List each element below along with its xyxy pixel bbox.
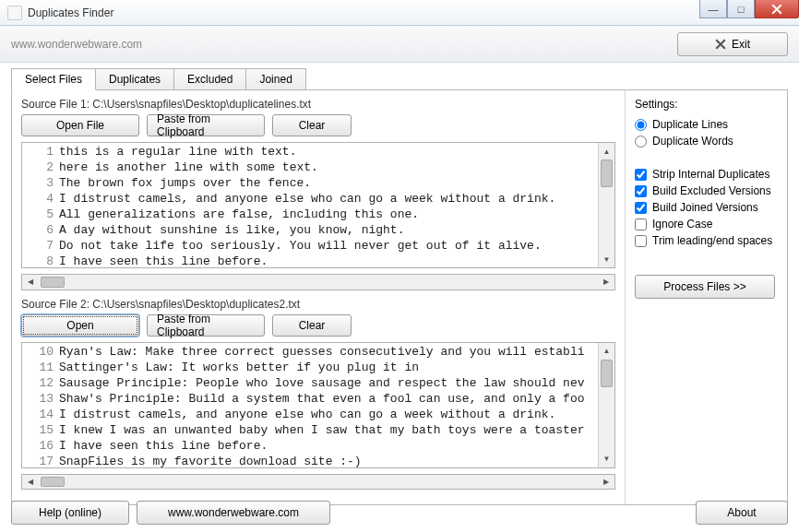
code-line: 2here is another line with some text.: [22, 160, 598, 175]
source1-text-area[interactable]: 1this is a regular line with text.2here …: [21, 142, 615, 268]
line-number: 4: [22, 191, 59, 207]
source2-hscrollbar[interactable]: ◀ ▶: [21, 474, 615, 490]
scroll-thumb[interactable]: [601, 360, 613, 387]
process-files-button[interactable]: Process Files >>: [635, 275, 775, 299]
line-number: 3: [22, 175, 59, 191]
tab-strip: Select Files Duplicates Excluded Joined: [11, 68, 799, 89]
checkbox-build-excluded-input[interactable]: [635, 185, 647, 197]
window-title: Duplicates Finder: [28, 6, 113, 19]
code-line: 12Sausage Principle: People who love sau…: [22, 375, 598, 391]
settings-panel: Settings: Duplicate Lines Duplicate Word…: [626, 90, 787, 504]
window-titlebar: Duplicates Finder — □: [0, 0, 799, 26]
tab-panel: Source File 1: C:\Users\snapfiles\Deskto…: [11, 89, 788, 505]
line-text: All generalizations are false, including…: [59, 207, 419, 222]
code-line: 17SnapFiles is my favorite download site…: [22, 454, 598, 467]
tab-joined[interactable]: Joined: [245, 68, 305, 89]
line-text: I have seen this line before.: [59, 438, 268, 454]
checkbox-build-excluded[interactable]: Build Excluded Versions: [635, 184, 778, 197]
line-text: I knew I was an unwanted baby when I saw…: [59, 422, 585, 438]
scroll-thumb[interactable]: [41, 477, 65, 487]
radio-duplicate-words[interactable]: Duplicate Words: [635, 135, 778, 148]
source2-clear-button[interactable]: Clear: [272, 314, 352, 337]
checkbox-ignore-case[interactable]: Ignore Case: [635, 218, 778, 231]
radio-duplicate-lines[interactable]: Duplicate Lines: [635, 118, 778, 131]
line-number: 11: [22, 360, 59, 375]
code-line: 8I have seen this line before.: [22, 254, 598, 267]
close-icon: [771, 4, 782, 15]
scroll-left-icon[interactable]: ◀: [22, 475, 39, 489]
scroll-thumb[interactable]: [601, 160, 613, 187]
scroll-thumb[interactable]: [41, 277, 65, 287]
code-line: 4I distrust camels, and anyone else who …: [22, 191, 598, 207]
source2-paste-button[interactable]: Paste from Clipboard: [147, 314, 265, 337]
line-text: SnapFiles is my favorite download site :…: [59, 454, 362, 467]
vendor-url-label: www.wonderwebware.com: [11, 38, 142, 51]
vendor-site-button[interactable]: www.wonderwebware.com: [137, 501, 330, 525]
line-number: 13: [22, 391, 59, 407]
source1-vscrollbar[interactable]: ▲ ▼: [598, 143, 614, 267]
checkbox-ignore-case-input[interactable]: [635, 219, 647, 231]
line-text: I distrust camels, and anyone else who c…: [59, 191, 555, 207]
scroll-right-icon[interactable]: ▶: [598, 275, 614, 289]
line-number: 2: [22, 160, 59, 175]
code-line: 7Do not take life too seriously. You wil…: [22, 238, 598, 254]
source2-label: Source File 2: C:\Users\snapfiles\Deskto…: [21, 298, 615, 311]
maximize-button[interactable]: □: [727, 0, 755, 18]
checkbox-strip-internal-input[interactable]: [635, 169, 647, 181]
source1-label: Source File 1: C:\Users\snapfiles\Deskto…: [21, 98, 615, 111]
checkbox-strip-internal[interactable]: Strip Internal Duplicates: [635, 168, 778, 181]
radio-duplicate-words-input[interactable]: [635, 136, 647, 148]
scroll-down-icon[interactable]: ▼: [599, 451, 614, 467]
checkbox-build-joined[interactable]: Build Joined Versions: [635, 201, 778, 214]
scroll-right-icon[interactable]: ▶: [598, 475, 614, 489]
source2-vscrollbar[interactable]: ▲ ▼: [598, 343, 614, 467]
line-text: Shaw's Principle: Build a system that ev…: [59, 391, 585, 407]
code-line: 11Sattinger's Law: It works better if yo…: [22, 360, 598, 375]
line-number: 10: [22, 344, 59, 360]
checkbox-trim-spaces[interactable]: Trim leading/end spaces: [635, 234, 778, 247]
about-button[interactable]: About: [696, 501, 788, 525]
code-line: 5All generalizations are false, includin…: [22, 207, 598, 222]
line-text: Sausage Principle: People who love sausa…: [59, 375, 585, 391]
line-text: Do not take life too seriously. You will…: [59, 238, 542, 254]
tab-select-files[interactable]: Select Files: [11, 68, 96, 90]
settings-title: Settings:: [635, 98, 778, 111]
main-column: Source File 1: C:\Users\snapfiles\Deskto…: [12, 90, 626, 504]
source2-text-area[interactable]: 10Ryan's Law: Make three correct guesses…: [21, 342, 615, 468]
source2-open-button[interactable]: Open: [21, 314, 139, 337]
tab-excluded[interactable]: Excluded: [173, 68, 246, 89]
exit-button[interactable]: Exit: [677, 32, 788, 56]
line-number: 12: [22, 375, 59, 391]
radio-duplicate-lines-input[interactable]: [635, 119, 647, 131]
source1-clear-button[interactable]: Clear: [272, 114, 352, 136]
line-text: I have seen this line before.: [59, 254, 268, 267]
source1-hscrollbar[interactable]: ◀ ▶: [21, 274, 615, 290]
help-button[interactable]: Help (online): [11, 501, 129, 525]
code-line: 16I have seen this line before.: [22, 438, 598, 454]
scroll-left-icon[interactable]: ◀: [22, 275, 39, 289]
minimize-button[interactable]: —: [699, 0, 727, 18]
source2-text-body: 10Ryan's Law: Make three correct guesses…: [22, 343, 598, 467]
tab-duplicates[interactable]: Duplicates: [95, 68, 174, 89]
line-number: 5: [22, 207, 59, 222]
checkbox-build-joined-input[interactable]: [635, 202, 647, 214]
code-line: 1this is a regular line with text.: [22, 144, 598, 160]
top-toolbar: www.wonderwebware.com Exit: [0, 26, 799, 63]
scroll-up-icon[interactable]: ▲: [599, 143, 614, 160]
line-text: I distrust camels, and anyone else who c…: [59, 407, 555, 422]
scroll-up-icon[interactable]: ▲: [599, 343, 614, 360]
line-text: Ryan's Law: Make three correct guesses c…: [59, 344, 585, 360]
line-number: 6: [22, 222, 59, 238]
code-line: 14I distrust camels, and anyone else who…: [22, 407, 598, 422]
exit-button-label: Exit: [732, 38, 750, 51]
source1-paste-button[interactable]: Paste from Clipboard: [147, 114, 265, 136]
footer-bar: Help (online) www.wonderwebware.com Abou…: [11, 501, 788, 525]
scroll-down-icon[interactable]: ▼: [599, 251, 614, 267]
line-number: 8: [22, 254, 59, 267]
close-button[interactable]: [755, 0, 799, 18]
line-number: 1: [22, 144, 59, 160]
line-number: 17: [22, 454, 59, 467]
code-line: 13Shaw's Principle: Build a system that …: [22, 391, 598, 407]
source1-open-button[interactable]: Open File: [21, 114, 139, 136]
checkbox-trim-spaces-input[interactable]: [635, 235, 647, 247]
